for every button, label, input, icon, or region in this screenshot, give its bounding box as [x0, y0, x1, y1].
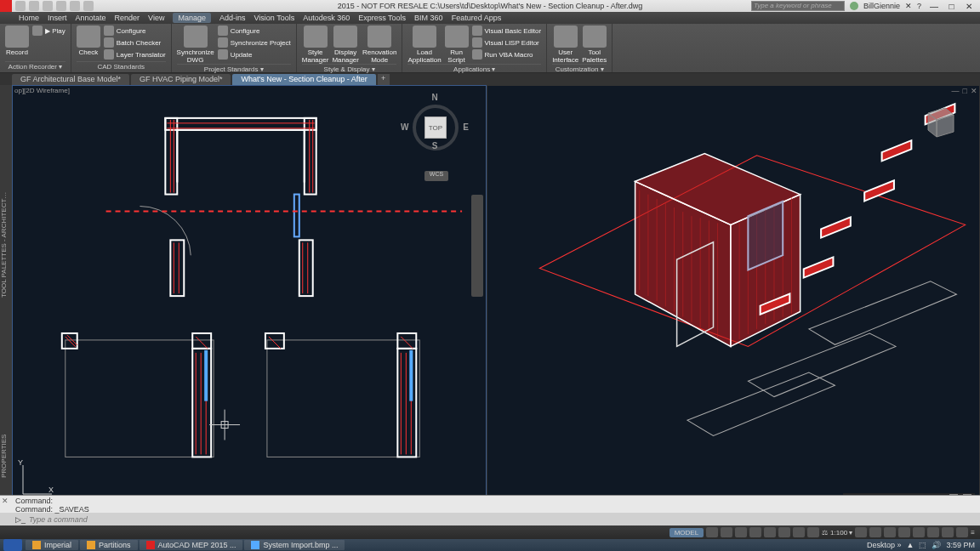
viewcube[interactable]: N S E W TOP WCS	[401, 93, 469, 161]
gear-icon[interactable]	[855, 527, 867, 537]
navigation-bar[interactable]	[471, 195, 483, 297]
update-button[interactable]: Update	[218, 49, 291, 60]
quickprops-icon[interactable]	[913, 527, 925, 537]
menu-bim-360[interactable]: BIM 360	[414, 14, 443, 22]
tray-volume-icon[interactable]: 🔊	[932, 541, 941, 549]
grid-icon[interactable]	[706, 527, 718, 537]
menu-autodesk-360[interactable]: Autodesk 360	[303, 14, 350, 22]
taskbar-task[interactable]: Imperial	[26, 540, 78, 550]
anno-scale-icon[interactable]: ⚖	[822, 529, 828, 537]
file-tab[interactable]: What's New - Section Cleanup - After	[232, 74, 375, 85]
taskbar-task[interactable]: AutoCAD MEP 2015 ...	[140, 540, 243, 550]
compass-n[interactable]: N	[431, 93, 437, 102]
reno-button[interactable]: Renovation Mode	[362, 26, 396, 64]
vle-button[interactable]: Visual LISP Editor	[472, 37, 542, 48]
zoom-scale[interactable]: 1:100 ▾	[830, 529, 852, 537]
play-button[interactable]: ▶ Play	[32, 26, 66, 36]
qat-redo-icon[interactable]	[70, 1, 80, 11]
run-script-button[interactable]: Run Script	[445, 26, 469, 64]
command-input[interactable]	[29, 515, 965, 524]
snap-icon[interactable]	[721, 527, 732, 537]
panel-label[interactable]: Style & Display ▾	[302, 64, 397, 73]
osnap-icon[interactable]	[764, 527, 776, 537]
tool-palettes-panel[interactable]: TOOL PALETTES - ARCHITECT…	[0, 85, 12, 405]
record-button[interactable]: Record	[5, 26, 29, 56]
menu-add-ins[interactable]: Add-ins	[219, 14, 246, 22]
minimize-button[interactable]: —	[926, 2, 942, 11]
help-icon[interactable]: ?	[917, 2, 921, 10]
panel-label[interactable]: Action Recorder ▾	[5, 61, 66, 71]
menu-vision-tools[interactable]: Vision Tools	[254, 14, 295, 22]
panel-label[interactable]: Project Standards ▾	[177, 64, 291, 73]
hardware-icon[interactable]	[927, 527, 939, 537]
transparency-icon[interactable]	[807, 527, 819, 537]
syncp-button[interactable]: Synchronize Project	[218, 37, 291, 48]
file-tab[interactable]: GF Architectural Base Model*	[12, 74, 129, 85]
menu-express-tools[interactable]: Express Tools	[358, 14, 406, 22]
panel-label[interactable]: Applications ▾	[407, 64, 541, 73]
palettes-button[interactable]: Tool Palettes	[582, 26, 607, 64]
compass-w[interactable]: W	[401, 122, 408, 132]
menu-view[interactable]: View	[148, 14, 164, 22]
app-logo[interactable]	[0, 0, 12, 12]
workspace-icon[interactable]	[869, 527, 881, 537]
maximize-button[interactable]: □	[943, 2, 959, 11]
tray-network-icon[interactable]: ⬚	[919, 541, 926, 549]
new-tab-button[interactable]: +	[378, 74, 390, 85]
polar-icon[interactable]	[749, 527, 761, 537]
sync-button[interactable]: Synchronize DWG	[177, 26, 214, 64]
user-name[interactable]: BillGiennie	[863, 2, 900, 10]
customize-icon[interactable]: ≡	[971, 529, 975, 537]
vba-button[interactable]: Run VBA Macro	[472, 49, 542, 60]
disp-mgr-button[interactable]: Display Manager	[332, 26, 359, 64]
load-app-button[interactable]: Load Application	[407, 26, 441, 64]
signin-icon[interactable]	[850, 2, 858, 10]
qat-new-icon[interactable]	[15, 1, 26, 11]
wcs-label[interactable]: WCS	[424, 171, 448, 181]
ui-button[interactable]: User Interface	[552, 26, 578, 64]
isolate-icon[interactable]	[942, 527, 954, 537]
show-desktop[interactable]: Desktop »	[867, 541, 902, 549]
qat-undo-icon[interactable]	[56, 1, 66, 11]
tray-clock[interactable]: 3:59 PM	[946, 541, 975, 549]
viewcube-face[interactable]: TOP	[424, 116, 447, 139]
viewcube-3d[interactable]	[920, 103, 958, 141]
menu-featured-apps[interactable]: Featured Apps	[452, 14, 502, 22]
qat-open-icon[interactable]	[29, 1, 39, 11]
properties-panel[interactable]: PROPERTIES	[0, 405, 12, 507]
menu-annotate[interactable]: Annotate	[76, 14, 106, 22]
compass-e[interactable]: E	[463, 122, 469, 132]
menu-home[interactable]: Home	[19, 14, 39, 22]
batch-button[interactable]: Batch Checker	[104, 37, 166, 48]
taskbar-task[interactable]: Partitions	[80, 540, 138, 550]
vbe-button[interactable]: Visual Basic Editor	[472, 26, 542, 36]
model-space-button[interactable]: MODEL	[669, 528, 704, 537]
tray-icon[interactable]: ▲	[907, 541, 914, 549]
configure-button[interactable]: Configure	[218, 26, 291, 36]
qat-save-icon[interactable]	[43, 1, 53, 11]
menu-render[interactable]: Render	[115, 14, 140, 22]
compass-s[interactable]: S	[432, 141, 438, 151]
viewport-2d[interactable]: op][2D Wireframe]	[12, 85, 487, 507]
panel-label[interactable]: Customization ▾	[552, 64, 607, 73]
help-search-input[interactable]: Type a keyword or phrase	[751, 1, 845, 11]
close-button[interactable]: ✕	[961, 2, 977, 11]
file-tab[interactable]: GF HVAC Piping Model*	[131, 74, 231, 85]
cmd-close-icon[interactable]: ✕	[2, 497, 9, 505]
qat-print-icon[interactable]	[83, 1, 94, 11]
exchange-icon[interactable]: ✕	[905, 2, 912, 10]
panel-label[interactable]: CAD Standards	[77, 61, 166, 71]
menu-manage[interactable]: Manage	[173, 13, 211, 23]
anno-mon-icon[interactable]	[884, 527, 896, 537]
configure-button[interactable]: Configure	[104, 26, 166, 36]
taskbar-task[interactable]: System Import.bmp ...	[244, 540, 345, 550]
layer-button[interactable]: Layer Translator	[104, 49, 166, 60]
style-mgr-button[interactable]: Style Manager	[302, 26, 329, 64]
viewport-3d[interactable]: —□✕	[487, 85, 980, 507]
start-button[interactable]	[3, 539, 22, 551]
check-button[interactable]: Check	[77, 26, 100, 56]
units-icon[interactable]	[898, 527, 910, 537]
clean-icon[interactable]	[956, 527, 968, 537]
menu-insert[interactable]: Insert	[48, 14, 67, 22]
command-line[interactable]: ▷_	[0, 513, 980, 525]
